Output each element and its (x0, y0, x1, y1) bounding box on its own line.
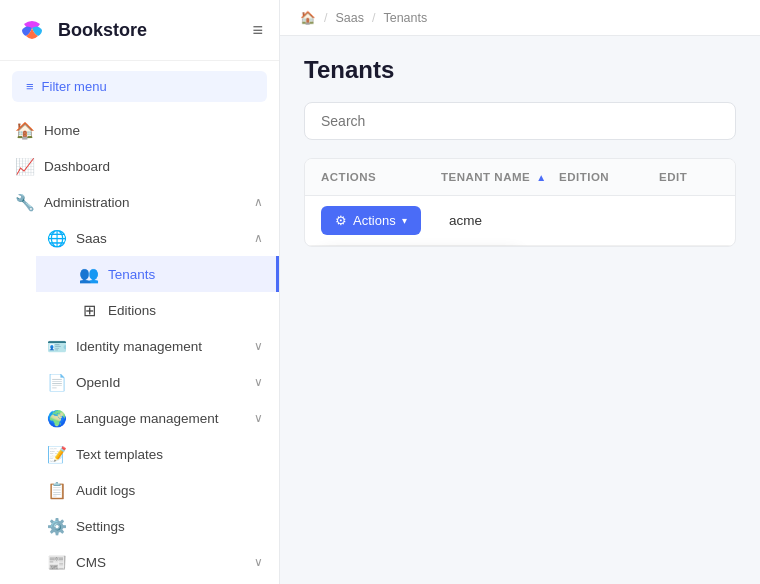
audit-icon: 📋 (48, 481, 66, 499)
sidebar-item-cms-label: CMS (76, 555, 244, 570)
sidebar-item-dashboard-label: Dashboard (44, 159, 263, 174)
sidebar-item-editions[interactable]: ⊞ Editions (36, 292, 279, 328)
row-actions-cell: ⚙ Actions ▾ Edit Database connection str… (321, 206, 441, 235)
sidebar-item-home-label: Home (44, 123, 263, 138)
sidebar-item-settings[interactable]: ⚙️ Settings (20, 508, 279, 544)
table-row: ⚙ Actions ▾ Edit Database connection str… (305, 196, 735, 246)
filter-menu-button[interactable]: ≡ Filter menu (12, 71, 267, 102)
sidebar-item-saas-label: Saas (76, 231, 244, 246)
chevron-up-saas-icon: ∧ (254, 231, 263, 245)
col-edit-header: EDIT (659, 171, 719, 183)
saas-submenu: 👥 Tenants ⊞ Editions (20, 256, 279, 328)
sidebar-item-administration[interactable]: 🔧 Administration ∧ (0, 184, 279, 220)
editions-icon: ⊞ (80, 301, 98, 319)
app-name: Bookstore (58, 20, 147, 41)
chevron-up-icon: ∧ (254, 195, 263, 209)
administration-submenu: 🌐 Saas ∧ 👥 Tenants ⊞ Editions 🪪 Identity… (0, 220, 279, 580)
sidebar-item-settings-label: Settings (76, 519, 263, 534)
sidebar-item-administration-label: Administration (44, 195, 244, 210)
cms-icon: 📰 (48, 553, 66, 571)
breadcrumb-sep-1: / (324, 11, 327, 25)
gear-icon: ⚙ (335, 213, 347, 228)
sidebar-item-openid-label: OpenId (76, 375, 244, 390)
openid-icon: 📄 (48, 373, 66, 391)
sidebar-item-saas[interactable]: 🌐 Saas ∧ (20, 220, 279, 256)
breadcrumb: 🏠 / Saas / Tenants (280, 0, 760, 36)
sidebar-item-language-label: Language management (76, 411, 244, 426)
users-icon: 👥 (80, 265, 98, 283)
breadcrumb-tenants[interactable]: Tenants (383, 11, 427, 25)
sidebar-item-dashboard[interactable]: 📈 Dashboard (0, 148, 279, 184)
sidebar-item-audit-label: Audit logs (76, 483, 263, 498)
breadcrumb-home-icon[interactable]: 🏠 (300, 10, 316, 25)
logo: Bookstore (16, 14, 147, 46)
sidebar-item-language-management[interactable]: 🌍 Language management ∨ (20, 400, 279, 436)
globe-icon: 🌐 (48, 229, 66, 247)
text-templates-icon: 📝 (48, 445, 66, 463)
home-icon: 🏠 (16, 121, 34, 139)
sidebar-item-tenants-label: Tenants (108, 267, 260, 282)
tenants-table: ACTIONS TENANT NAME ▲ EDITION EDIT ⚙ Act… (304, 158, 736, 247)
main-content: 🏠 / Saas / Tenants Tenants ACTIONS TENAN… (280, 0, 760, 584)
sidebar-item-home[interactable]: 🏠 Home (0, 112, 279, 148)
sidebar-item-identity-management[interactable]: 🪪 Identity management ∨ (20, 328, 279, 364)
wrench-icon: 🔧 (16, 193, 34, 211)
page-title: Tenants (304, 56, 736, 84)
app-logo-icon (16, 14, 48, 46)
menu-toggle-icon[interactable]: ≡ (252, 20, 263, 41)
chevron-language-icon: ∨ (254, 411, 263, 425)
chevron-cms-icon: ∨ (254, 555, 263, 569)
sidebar: Bookstore ≡ ≡ Filter menu 🏠 Home 📈 Dashb… (0, 0, 280, 584)
language-icon: 🌍 (48, 409, 66, 427)
actions-button-label: Actions (353, 213, 396, 228)
dashboard-icon: 📈 (16, 157, 34, 175)
search-input[interactable] (304, 102, 736, 140)
sidebar-header: Bookstore ≡ (0, 0, 279, 61)
identity-icon: 🪪 (48, 337, 66, 355)
sidebar-item-audit-logs[interactable]: 📋 Audit logs (20, 472, 279, 508)
col-actions-header: ACTIONS (321, 171, 441, 183)
chevron-openid-icon: ∨ (254, 375, 263, 389)
col-tenant-header: TENANT NAME ▲ (441, 171, 559, 183)
sidebar-item-text-templates[interactable]: 📝 Text templates (20, 436, 279, 472)
settings-icon: ⚙️ (48, 517, 66, 535)
col-edition-header: EDITION (559, 171, 659, 183)
breadcrumb-saas[interactable]: Saas (335, 11, 364, 25)
tenant-name-cell: acme (441, 213, 559, 228)
sidebar-item-cms[interactable]: 📰 CMS ∨ (20, 544, 279, 580)
sort-arrow-icon[interactable]: ▲ (536, 172, 546, 183)
sidebar-item-tenants[interactable]: 👥 Tenants (36, 256, 279, 292)
filter-menu-label: Filter menu (42, 79, 107, 94)
breadcrumb-sep-2: / (372, 11, 375, 25)
sidebar-item-identity-label: Identity management (76, 339, 244, 354)
sidebar-item-openid[interactable]: 📄 OpenId ∨ (20, 364, 279, 400)
caret-down-icon: ▾ (402, 215, 407, 226)
sidebar-item-text-templates-label: Text templates (76, 447, 263, 462)
actions-button[interactable]: ⚙ Actions ▾ (321, 206, 421, 235)
table-header: ACTIONS TENANT NAME ▲ EDITION EDIT (305, 159, 735, 196)
filter-icon: ≡ (26, 79, 34, 94)
sidebar-item-editions-label: Editions (108, 303, 263, 318)
chevron-identity-icon: ∨ (254, 339, 263, 353)
content-area: Tenants ACTIONS TENANT NAME ▲ EDITION ED… (280, 36, 760, 584)
